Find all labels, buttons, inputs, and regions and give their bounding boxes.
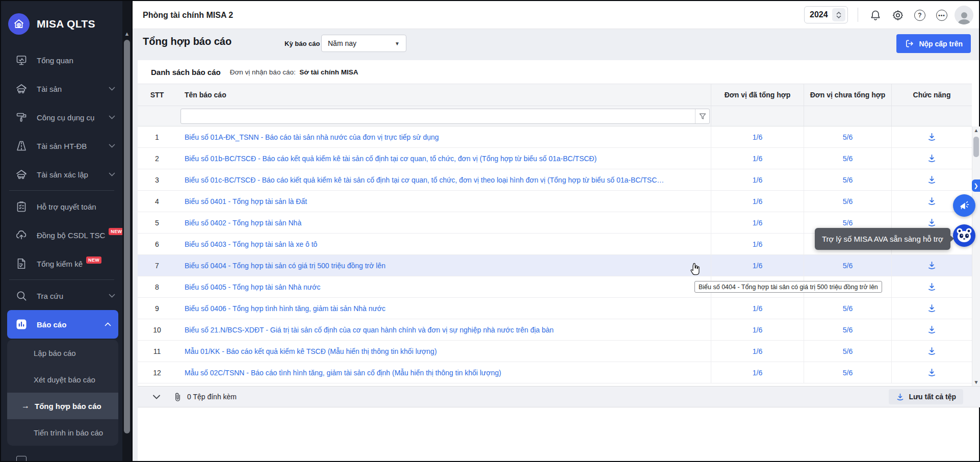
download-icon-button[interactable]	[925, 366, 939, 379]
report-name-link[interactable]: Mẫu số 02C/TSNN - Báo cáo tình hình tăng…	[185, 369, 501, 377]
year-selector[interactable]: 2024	[804, 6, 848, 23]
download-icon-button[interactable]	[925, 302, 939, 315]
table-row[interactable]: 3Biểu số 01c-BC/TSCĐ - Báo cáo kiết quả …	[138, 169, 972, 191]
more-options-icon[interactable]: •••	[935, 8, 949, 22]
help-icon[interactable]: ?	[913, 8, 927, 22]
chevron-down-icon	[109, 115, 115, 119]
sidebar-item-clipboard[interactable]: Hỗ trợ quyết toán	[1, 192, 122, 221]
report-name-filter-input[interactable]	[181, 109, 695, 123]
row-index: 1	[138, 126, 176, 147]
table-row[interactable]: 1Biểu số 01A-ĐK_TSNN - Báo cáo tài sản n…	[138, 126, 972, 148]
units-done-link[interactable]: 1/6	[753, 133, 762, 141]
attachments-collapse-icon[interactable]	[153, 395, 160, 399]
report-name-link[interactable]: Mẫu 01/KK - Báo cáo kết quả kiểm kê TSCĐ…	[185, 347, 437, 355]
report-name-link[interactable]: Biểu số 0402 - Tổng hợp tài sản Nhà	[185, 219, 301, 227]
chevron-down-icon	[109, 87, 115, 91]
units-done-link[interactable]: 1/6	[753, 155, 762, 163]
settings-gear-icon[interactable]	[891, 8, 905, 22]
table-scrollbar[interactable]: ▲ ▼	[972, 126, 980, 386]
report-name-link[interactable]: Biểu số 0405 - Tổng hợp tài sản Nhà nước	[185, 283, 320, 291]
units-pending-link[interactable]: 5/6	[843, 326, 853, 334]
report-name-link[interactable]: Biểu số 0404 - Tổng hợp tài sản có giá t…	[185, 262, 385, 270]
announcements-megaphone-button[interactable]	[953, 194, 975, 217]
user-avatar[interactable]	[955, 6, 973, 24]
sidebar-item-cloudsync[interactable]: Đồng bộ CSDL TSCNEW	[1, 221, 122, 249]
units-pending-link[interactable]: 5/6	[843, 262, 853, 270]
table-scrollbar-thumb[interactable]	[973, 137, 979, 157]
download-icon-button[interactable]	[925, 131, 939, 144]
units-pending-link[interactable]: 5/6	[843, 133, 853, 141]
units-pending-link[interactable]: 5/6	[843, 176, 853, 184]
units-done-link[interactable]: 1/6	[753, 262, 762, 270]
download-icon-button[interactable]	[925, 323, 939, 337]
units-pending-link[interactable]: 5/6	[843, 347, 853, 355]
sidebar-item-label: Tài sản HT-ĐB	[37, 142, 87, 150]
table-row[interactable]: 7Biểu số 0404 - Tổng hợp tài sản có giá …	[138, 255, 972, 276]
sidebar-item-road[interactable]: Tài sản HT-ĐB	[1, 132, 122, 160]
submenu-item[interactable]: Lập báo cáo	[7, 340, 118, 366]
submenu-item[interactable]: Xét duyệt báo cáo	[7, 366, 118, 393]
submit-to-superior-button[interactable]: Nộp cấp trên	[896, 34, 971, 53]
sidebar-item-asset[interactable]: Tài sản	[1, 74, 122, 103]
sidebar-item-doccheck[interactable]: Tổng kiểm kêNEW	[1, 249, 122, 278]
table-row[interactable]: 10Biểu số 21.N/BCS-XDĐT - Giá trị tài sả…	[138, 319, 972, 341]
report-name-link[interactable]: Biểu số 01A-ĐK_TSNN - Báo cáo tài sản nh…	[185, 133, 439, 141]
units-done-link[interactable]: 1/6	[753, 176, 762, 184]
table-row[interactable]: 11Mẫu 01/KK - Báo cáo kết quả kiểm kê TS…	[138, 341, 972, 362]
report-name-link[interactable]: Biểu số 0406 - Tổng hợp tình hình tăng, …	[185, 304, 385, 313]
units-done-link[interactable]: 1/6	[753, 240, 762, 248]
table-header: STT Tên báo cáo Đơn vị đã tổng hợp Đơn v…	[138, 84, 972, 106]
units-done-link[interactable]: 1/6	[753, 304, 762, 313]
misa-ava-assistant-button[interactable]	[953, 224, 975, 247]
units-done-link[interactable]: 1/6	[753, 219, 762, 227]
units-done-link[interactable]: 1/6	[753, 326, 762, 334]
sidebar-item-search[interactable]: Tra cứu	[1, 281, 122, 310]
panel-expand-button[interactable]: ❯	[972, 179, 980, 192]
units-pending-link[interactable]: 5/6	[843, 155, 853, 163]
units-done-link[interactable]: 1/6	[753, 369, 762, 377]
units-done-link[interactable]: 1/6	[753, 197, 762, 206]
download-icon-button[interactable]	[925, 280, 939, 294]
units-pending-link[interactable]: 5/6	[843, 219, 853, 227]
sidebar-scroll-up-icon[interactable]: ▲	[122, 31, 132, 37]
filter-funnel-icon[interactable]	[695, 109, 709, 123]
assistant-tooltip: Trợ lý số MISA AVA sẵn sàng hỗ trợ	[815, 228, 950, 250]
submenu-item[interactable]: Tiến trình in báo cáo	[7, 419, 118, 446]
filter-cell-pending	[804, 106, 891, 126]
table-row[interactable]: 9Biểu số 0406 - Tổng hợp tình hình tăng,…	[138, 298, 972, 319]
table-scroll-down-icon[interactable]: ▼	[972, 379, 980, 385]
period-select[interactable]: Năm nay ▼	[321, 35, 406, 52]
submenu-item-active[interactable]: →Tổng hợp báo cáo	[7, 393, 118, 419]
units-pending-link[interactable]: 5/6	[843, 369, 853, 377]
download-icon-button[interactable]	[925, 195, 939, 208]
download-icon-button[interactable]	[925, 152, 939, 165]
table-row[interactable]: 12Mẫu số 02C/TSNN - Báo cáo tình hình tă…	[138, 362, 972, 383]
sidebar-item-asset[interactable]: Tài sản xác lập	[1, 160, 122, 189]
sidebar-item-roller[interactable]: Công cụ dụng cụ	[1, 103, 122, 132]
sidebar-scrollbar[interactable]: ▲	[122, 1, 132, 461]
download-icon-button[interactable]	[925, 259, 939, 272]
table-scroll-up-icon[interactable]: ▲	[972, 127, 980, 133]
units-done-link[interactable]: 1/6	[753, 347, 762, 355]
sidebar-item-label: Công cụ dụng cụ	[37, 113, 94, 122]
download-icon-button[interactable]	[925, 216, 939, 229]
report-name-link[interactable]: Biểu số 0403 - Tổng hợp tài sản là xe ô …	[185, 240, 317, 248]
sidebar-item-dashboard[interactable]: Tổng quan	[1, 46, 122, 74]
units-pending-link[interactable]: 5/6	[843, 304, 853, 313]
download-icon-button[interactable]	[925, 173, 939, 187]
table-row[interactable]: 2Biểu số 01b-BC/TSCĐ - Báo cáo kết quả k…	[138, 148, 972, 169]
chevron-down-icon	[109, 294, 115, 298]
report-name-link[interactable]: Biểu số 01b-BC/TSCĐ - Báo cáo kết quả ki…	[185, 155, 597, 163]
year-spinner[interactable]	[832, 8, 845, 21]
units-pending-link[interactable]: 5/6	[843, 197, 853, 206]
report-name-link[interactable]: Biểu số 21.N/BCS-XDĐT - Giá trị tài sản …	[185, 326, 554, 334]
active-arrow-icon: →	[21, 401, 30, 410]
report-name-link[interactable]: Biểu số 01c-BC/TSCĐ - Báo cáo kiết quả k…	[185, 176, 664, 184]
download-icon-button[interactable]	[925, 345, 939, 358]
table-row[interactable]: 4Biểu số 0401 - Tổng hợp tài sản là Đất1…	[138, 191, 972, 212]
sidebar-item-report-active[interactable]: Báo cáo	[7, 310, 118, 339]
notifications-bell-icon[interactable]	[868, 8, 883, 22]
save-all-files-button[interactable]: Lưu tất cả tệp	[889, 389, 963, 404]
sidebar-scrollbar-thumb[interactable]	[124, 40, 130, 433]
report-name-link[interactable]: Biểu số 0401 - Tổng hợp tài sản là Đất	[185, 197, 307, 206]
